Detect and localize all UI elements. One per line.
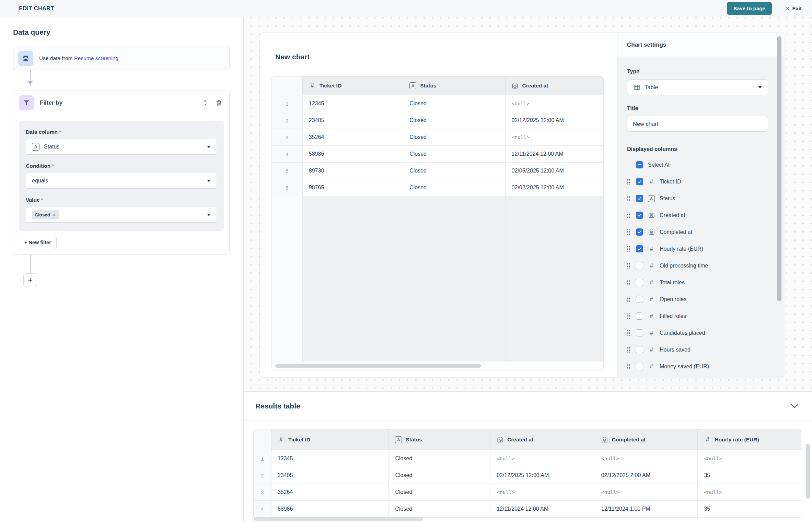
drag-handle-icon[interactable] [627, 313, 631, 319]
filter-step-header[interactable]: Filter by [13, 91, 229, 115]
condition-select[interactable]: equals [26, 173, 217, 189]
column-checkbox[interactable] [636, 363, 643, 370]
drag-handle-icon[interactable] [627, 296, 631, 302]
scrollbar-thumb[interactable] [275, 364, 481, 368]
drag-handle-icon[interactable] [627, 263, 631, 269]
drag-handle-icon[interactable] [627, 229, 631, 235]
row-number: 3 [254, 484, 271, 500]
drag-handle-icon[interactable] [627, 347, 631, 353]
exit-label: Exit [792, 5, 802, 11]
table-cell: <null> [506, 95, 603, 112]
displayed-column-item[interactable]: #Hourly rate (EUR) [627, 240, 768, 257]
drag-handle-icon[interactable] [627, 179, 631, 185]
data-source-text: Use data from Resume screening [39, 55, 118, 61]
delete-icon[interactable] [216, 100, 222, 106]
date-type-icon [512, 83, 519, 89]
table-row: 458986Closed12/11/2024 12:00 AM [272, 145, 603, 162]
displayed-column-item[interactable]: #Filled roles [627, 308, 768, 324]
column-checkbox[interactable] [636, 245, 643, 252]
displayed-column-item[interactable]: #Ticket ID [627, 173, 768, 190]
column-checkbox[interactable] [636, 329, 643, 336]
displayed-column-item[interactable]: #Old processing time [627, 257, 768, 274]
drag-handle-icon[interactable] [627, 246, 631, 252]
column-checkbox[interactable] [636, 212, 643, 219]
data-source-link[interactable]: Resume screening [74, 55, 118, 61]
column-header[interactable]: #Ticket ID [303, 76, 403, 95]
drag-handle-icon[interactable] [627, 364, 631, 370]
value-label: Value* [26, 197, 217, 203]
number-type-icon: # [648, 330, 655, 336]
drag-handle-icon[interactable] [627, 330, 631, 336]
row-number-header [254, 429, 271, 450]
chart-title-input[interactable] [627, 116, 768, 132]
chart-type-value: Table [645, 84, 658, 91]
column-checkbox[interactable] [636, 296, 643, 303]
settings-scrollbar[interactable] [777, 36, 781, 301]
column-header[interactable]: Created at [506, 76, 603, 95]
drag-handle-icon[interactable] [627, 195, 631, 202]
collapse-icon[interactable] [203, 100, 208, 106]
drag-handle-icon[interactable] [627, 212, 631, 218]
number-type-icon: # [648, 296, 655, 303]
column-checkbox[interactable] [636, 195, 643, 202]
new-filter-button[interactable]: + New filter [19, 236, 57, 249]
number-type-icon: # [648, 178, 655, 185]
column-label: Created at [660, 212, 685, 218]
displayed-columns-list: Select All#Ticket IDAStatusCreated atCom… [627, 156, 768, 375]
save-to-page-button[interactable]: Save to page [727, 2, 772, 15]
select-all-checkbox[interactable] [636, 161, 643, 168]
collapse-results-icon[interactable] [791, 404, 798, 408]
remove-chip-icon[interactable]: × [53, 212, 56, 218]
value-select[interactable]: Closed × [26, 207, 217, 223]
column-checkbox[interactable] [636, 312, 643, 320]
displayed-column-item[interactable]: Created at [627, 207, 768, 224]
displayed-columns-label: Displayed columns [627, 146, 768, 152]
displayed-column-item[interactable]: #Total roles [627, 274, 768, 291]
flow-connector-arrow [30, 70, 31, 86]
table-cell: 02/02/2025 12:00 AM [506, 179, 603, 196]
select-all-row[interactable]: Select All [627, 156, 768, 173]
date-type-icon [648, 229, 655, 235]
column-checkbox[interactable] [636, 228, 643, 236]
results-vertical-scrollbar[interactable] [806, 444, 810, 499]
column-header[interactable]: AStatus [403, 76, 505, 95]
displayed-column-item[interactable]: Completed at [627, 224, 768, 240]
row-number: 1 [272, 95, 303, 112]
column-checkbox[interactable] [636, 346, 643, 353]
table-cell: Closed [403, 95, 505, 112]
table-cell: 12/11/2024 1:00 PM [595, 500, 698, 517]
column-checkbox[interactable] [636, 279, 643, 286]
add-step-button[interactable]: + [23, 273, 37, 287]
date-type-icon [497, 437, 503, 443]
drag-handle-icon[interactable] [627, 280, 631, 286]
value-chip-label: Closed [35, 212, 50, 217]
exit-button[interactable]: × Exit [786, 5, 802, 12]
required-asterisk: * [41, 197, 43, 203]
results-horizontal-scrollbar[interactable] [254, 517, 423, 521]
results-section: Results table #Ticket IDAStatusCreated a… [244, 392, 812, 522]
data-source-card[interactable]: Use data from Resume screening [13, 47, 230, 70]
table-row: 112345Closed<null> [272, 95, 603, 112]
column-header[interactable]: AStatus [389, 429, 490, 450]
column-header[interactable]: Created at [490, 429, 595, 450]
displayed-column-item[interactable]: #Candidates placed [627, 324, 768, 341]
column-header[interactable]: #Hourly rate (EUR) [698, 429, 801, 450]
displayed-column-item[interactable]: AStatus [627, 190, 768, 207]
column-header[interactable]: #Ticket ID [271, 429, 389, 450]
use-data-from-label: Use data from [39, 55, 72, 61]
column-checkbox[interactable] [636, 262, 643, 269]
table-row: 458986Closed12/11/2024 12:00 AM12/11/202… [254, 500, 801, 517]
data-column-select[interactable]: A Status [26, 139, 217, 155]
displayed-column-item[interactable]: #Open roles [627, 291, 768, 308]
column-header[interactable]: Completed at [595, 429, 698, 450]
displayed-column-item[interactable]: #Money saved (EUR) [627, 358, 768, 375]
number-type-icon: # [648, 363, 655, 370]
row-number: 2 [272, 112, 303, 129]
filter-step-title: Filter by [40, 99, 62, 106]
chart-type-select[interactable]: Table [627, 79, 768, 95]
displayed-column-item[interactable]: #Hours saved [627, 341, 768, 358]
column-checkbox[interactable] [636, 178, 643, 185]
table-cell: 23405 [271, 467, 389, 484]
number-type-icon: # [648, 346, 655, 353]
table-cell: 02/12/2025 2:00 AM [595, 467, 698, 484]
